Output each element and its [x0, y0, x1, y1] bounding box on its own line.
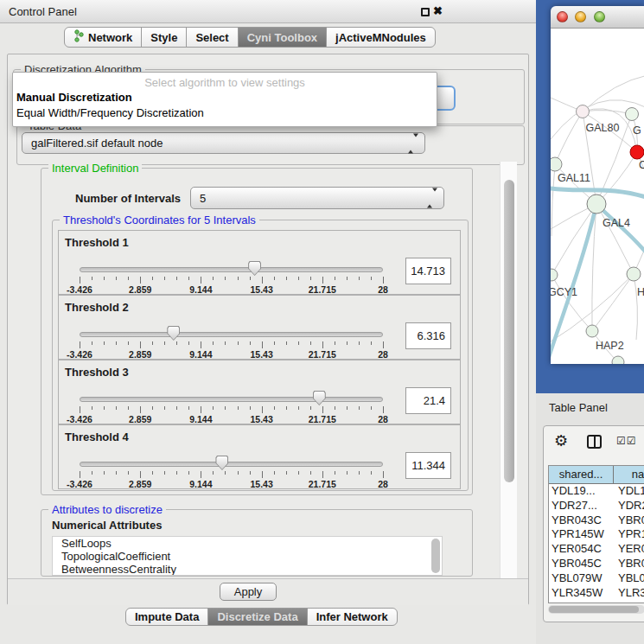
tab-cyni-toolbox[interactable]: Cyni Toolbox [238, 27, 327, 48]
threshold-value-field[interactable]: 21.4 [405, 387, 451, 414]
attributes-list-scrollbar[interactable] [431, 539, 440, 573]
table-scrollbar-thumb[interactable] [549, 606, 639, 613]
tab-select[interactable]: Select [186, 27, 238, 48]
threshold-slider-thumb[interactable] [215, 456, 228, 470]
node-table[interactable]: shared...nameYDL19...YDL1YDR27...YDR2YBR… [548, 465, 644, 603]
table-row[interactable]: YER054CYER0 [549, 542, 644, 557]
table-cell: YDR27... [549, 499, 614, 513]
threshold-value-field[interactable]: 6.316 [405, 322, 451, 349]
split-columns-icon[interactable] [587, 435, 602, 449]
node-label: GAL4 [603, 217, 630, 229]
network-edge [592, 274, 634, 331]
close-traffic-light-icon[interactable] [557, 11, 568, 22]
threshold-slider-track[interactable] [80, 397, 383, 402]
threshold-panels: Threshold 1-3.4262.8599.14415.4321.71528… [58, 230, 461, 489]
table-row[interactable]: YDL19...YDL1 [549, 484, 644, 499]
table-cell: YER0 [614, 542, 644, 557]
threshold-value-field[interactable]: 11.344 [405, 452, 451, 479]
control-panel-titlebar: Control Panel ✖ [0, 0, 536, 23]
network-node[interactable] [626, 108, 639, 121]
slider-tick [371, 471, 372, 475]
node-label: GAL11 [558, 172, 590, 184]
tab-network[interactable]: Network [64, 27, 142, 48]
threshold-label: Threshold 3 [65, 366, 129, 379]
zoom-traffic-light-icon[interactable] [594, 11, 605, 22]
threshold-slider-thumb[interactable] [248, 261, 261, 276]
network-edge-highlighted [551, 204, 596, 364]
slider-tick [274, 471, 275, 475]
close-icon[interactable]: ✖ [433, 4, 443, 17]
float-window-icon[interactable] [421, 8, 430, 16]
slider-tick [140, 471, 141, 478]
gear-icon[interactable]: ⚙ [554, 431, 568, 450]
network-node[interactable] [551, 157, 562, 171]
column-header[interactable]: shared... [549, 466, 614, 483]
slider-tick [128, 341, 129, 345]
network-window-titlebar[interactable] [551, 6, 644, 29]
column-header[interactable]: name [614, 466, 644, 483]
network-node[interactable] [551, 269, 558, 281]
numerical-attributes-list[interactable]: SelfLoopsTopologicalCoefficientBetweenne… [52, 536, 443, 576]
slider-tick-label: 9.144 [173, 349, 228, 360]
table-row[interactable]: YBR045CYBR0 [549, 557, 644, 571]
network-node[interactable] [630, 145, 644, 159]
threshold-value-field[interactable]: 14.713 [405, 258, 451, 284]
table-row[interactable]: YPR145WYPR1 [549, 527, 644, 542]
slider-tick [359, 277, 360, 280]
tab-label: Impute Data [135, 610, 199, 623]
attribute-list-item[interactable]: SelfLoops [53, 537, 442, 550]
slider-tick-label: 15.43 [234, 284, 290, 295]
network-node[interactable] [587, 194, 606, 214]
slider-tick [310, 341, 311, 345]
network-node[interactable] [577, 105, 590, 118]
tab-impute-data[interactable]: Impute Data [125, 608, 208, 626]
slider-tick [347, 406, 348, 410]
table-cell: YIL052C [549, 600, 614, 603]
checkbox-icons[interactable]: ☑☑ [616, 435, 637, 447]
panel-vertical-scrollbar[interactable] [500, 162, 517, 603]
threshold-slider-track[interactable] [80, 267, 383, 272]
network-canvas[interactable]: GAL80GAL11GAL4GCY1HAP2GCH [551, 29, 644, 364]
slider-tick [92, 471, 92, 475]
table-panel-title: Table Panel [549, 401, 608, 414]
slider-tick [225, 341, 226, 345]
panel-scrollbar-thumb[interactable] [504, 180, 514, 482]
table-cell: YDL19... [549, 484, 614, 499]
threshold-panel: Threshold 2-3.4262.8599.14415.4321.71528… [58, 295, 461, 360]
attribute-list-item[interactable]: TopologicalCoefficient [53, 550, 442, 563]
slider-tick [274, 341, 275, 345]
slider-tick [92, 277, 92, 280]
slider-tick [298, 341, 299, 345]
slider-tick [310, 471, 311, 475]
table-row[interactable]: YIL052CYIL0 [549, 600, 644, 603]
table-row[interactable]: YDR27...YDR2 [549, 499, 644, 513]
tab-infer-network[interactable]: Infer Network [307, 608, 398, 626]
threshold-slider-thumb[interactable] [313, 391, 326, 405]
network-node[interactable] [612, 356, 624, 364]
tab-jactivemnodules[interactable]: jActiveMNodules [326, 27, 436, 48]
threshold-slider-track[interactable] [80, 332, 383, 337]
network-view-window: GAL80GAL11GAL4GCY1HAP2GCH [551, 6, 644, 364]
minimize-traffic-light-icon[interactable] [575, 11, 586, 22]
table-row[interactable]: YBR043CYBR0 [549, 513, 644, 528]
apply-button[interactable]: Apply [220, 583, 277, 601]
algorithm-dropdown-popup: Select algorithm to view settings Manual… [12, 72, 437, 127]
algorithm-option[interactable]: Equal Width/Frequency Discretization [16, 106, 204, 119]
number-of-intervals-combobox[interactable]: 5 [190, 187, 444, 209]
tab-style[interactable]: Style [141, 27, 187, 48]
table-horizontal-scrollbar[interactable] [548, 605, 644, 614]
table-row[interactable]: YBL079WYBL0 [549, 571, 644, 586]
slider-tick-label: 9.144 [173, 284, 228, 295]
network-node[interactable] [586, 325, 598, 337]
algorithm-option[interactable]: Manual Discretization [16, 91, 132, 104]
threshold-slider-track[interactable] [80, 462, 383, 467]
table-row[interactable]: YLR345WYLR3 [549, 586, 644, 601]
network-edge [552, 204, 596, 275]
slider-tick [359, 341, 360, 345]
tab-discretize-data[interactable]: Discretize Data [207, 608, 307, 626]
network-edge [596, 204, 634, 274]
network-node[interactable] [627, 267, 641, 281]
table-data-combobox[interactable]: galFiltered.sif default node [22, 132, 425, 154]
threshold-slider-thumb[interactable] [167, 326, 180, 341]
attribute-list-item[interactable]: BetweennessCentrality [53, 563, 442, 576]
